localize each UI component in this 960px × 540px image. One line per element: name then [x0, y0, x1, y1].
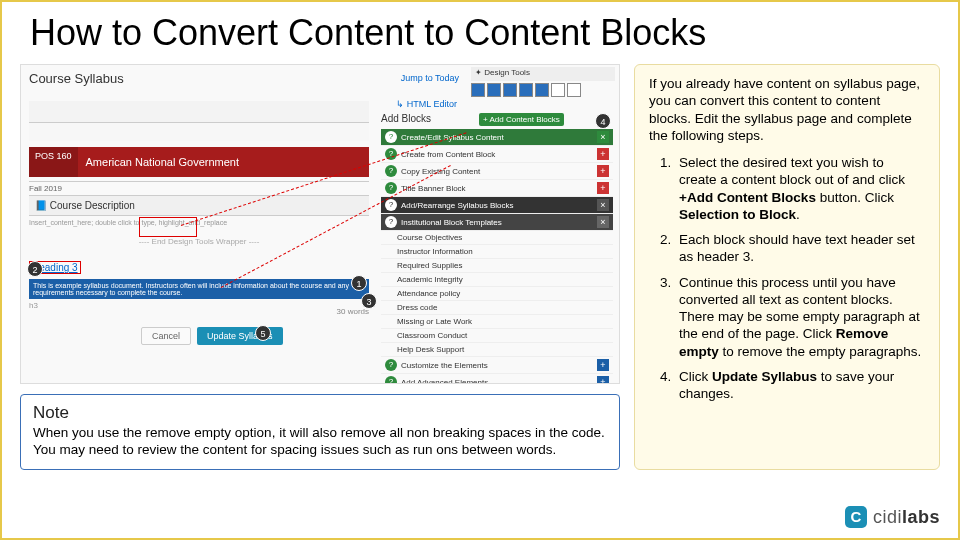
- screenshot-rich-toolbar-2: [29, 123, 369, 141]
- instructions-list: Select the desired text you wish to crea…: [649, 154, 925, 402]
- screenshot-jump-today-link: Jump to Today: [401, 73, 459, 83]
- screenshot-sub-course-obj-label: Course Objectives: [397, 233, 462, 242]
- screenshot-course-name: American National Government: [78, 156, 239, 168]
- screenshot-term-label: Fall 2019: [29, 181, 369, 195]
- screenshot-sub-missing: Missing or Late Work: [381, 315, 613, 329]
- screenshot-sub-required: Required Supplies: [381, 259, 613, 273]
- screenshot-sub-missing-label: Missing or Late Work: [397, 317, 472, 326]
- screenshot-tool-checkboxes: [471, 83, 615, 97]
- screenshot-row-add-rearrange: ?Add/Rearrange Syllabus Blocks×: [381, 197, 613, 214]
- screenshot-sub-course-obj: Course Objectives: [381, 231, 613, 245]
- screenshot-row-inst-templates: ?Institutional Block Templates×: [381, 214, 613, 231]
- instruction-step-3: Continue this process until you have con…: [675, 274, 925, 360]
- screenshot-sub-attendance: Attendance policy: [381, 287, 613, 301]
- app-screenshot: Course Syllabus Jump to Today ✦ Design T…: [20, 64, 620, 384]
- logo-brand-bold: labs: [902, 507, 940, 527]
- instruction-step-4: Click Update Syllabus to save your chang…: [675, 368, 925, 403]
- screenshot-callout-5: 5: [255, 325, 271, 341]
- note-box: Note When you use the remove empty optio…: [20, 394, 620, 470]
- step1-text-post: .: [796, 207, 800, 222]
- screenshot-row-copy-existing: ?Copy Existing Content+: [381, 163, 613, 180]
- screenshot-callout-1: 1: [351, 275, 367, 291]
- screenshot-sub-helpdesk: Help Desk Support: [381, 343, 613, 357]
- screenshot-row-customize-label: Customize the Elements: [401, 361, 488, 370]
- screenshot-example-text: This is example syllabus document. Instr…: [29, 279, 369, 299]
- logo-badge-icon: C: [845, 506, 867, 528]
- screenshot-wrapper-text: ---- End Design Tools Wrapper ----: [29, 237, 369, 246]
- step1-text-pre: Select the desired text you wish to crea…: [679, 155, 905, 187]
- screenshot-sub-conduct: Classroom Conduct: [381, 329, 613, 343]
- screenshot-add-blocks-header: Add Blocks: [381, 113, 471, 124]
- screenshot-sub-instructor-label: Instructor Information: [397, 247, 473, 256]
- note-title: Note: [33, 403, 607, 423]
- screenshot-html-editor-link: ↳ HTML Editor: [396, 99, 457, 109]
- screenshot-callout-4: 4: [595, 113, 611, 129]
- step1-text-mid: button. Click: [816, 190, 894, 205]
- instruction-step-1: Select the desired text you wish to crea…: [675, 154, 925, 223]
- screenshot-rich-toolbar: [29, 101, 369, 123]
- screenshot-cancel-button: Cancel: [141, 327, 191, 345]
- screenshot-sub-dresscode-label: Dress code: [397, 303, 437, 312]
- note-body: When you use the remove empty option, it…: [33, 425, 607, 459]
- step3-text-post: to remove the empty paragraphs.: [719, 344, 922, 359]
- screenshot-sub-integrity-label: Academic Integrity: [397, 275, 463, 284]
- instructions-panel: If you already have content on syllabus …: [634, 64, 940, 470]
- step1-bold-2: Selection to Block: [679, 207, 796, 222]
- screenshot-add-content-blocks-button: + Add Content Blocks: [479, 113, 564, 126]
- screenshot-row-inst-templates-label: Institutional Block Templates: [401, 218, 502, 227]
- screenshot-course-description-heading: 📘 Course Description: [29, 195, 369, 216]
- logo-brand-light: cidi: [873, 507, 902, 527]
- screenshot-course-banner: POS 160 American National Government: [29, 147, 369, 177]
- screenshot-row-advanced-label: Add Advanced Elements: [401, 378, 488, 385]
- instructions-intro: If you already have content on syllabus …: [649, 75, 925, 144]
- screenshot-row-advanced: ?Add Advanced Elements+: [381, 374, 613, 384]
- logo-brand-text: cidilabs: [873, 507, 940, 528]
- screenshot-row-customize: ?Customize the Elements+: [381, 357, 613, 374]
- step4-bold: Update Syllabus: [712, 369, 817, 384]
- screenshot-sub-helpdesk-label: Help Desk Support: [397, 345, 464, 354]
- screenshot-sub-required-label: Required Supplies: [397, 261, 462, 270]
- instruction-step-2: Each block should have text header set a…: [675, 231, 925, 266]
- screenshot-row-create-from-label: Create from Content Block: [401, 150, 495, 159]
- step4-text-pre: Click: [679, 369, 712, 384]
- screenshot-sub-instructor: Instructor Information: [381, 245, 613, 259]
- screenshot-sub-conduct-label: Classroom Conduct: [397, 331, 467, 340]
- screenshot-callout-2: 2: [27, 261, 43, 277]
- screenshot-h3-tag: h3: [29, 301, 38, 310]
- step1-bold-1: +Add Content Blocks: [679, 190, 816, 205]
- screenshot-callout-3: 3: [361, 293, 377, 309]
- screenshot-course-description-label: Course Description: [50, 200, 135, 211]
- screenshot-row-create-edit: ?Create/Edit Syllabus Content×: [381, 129, 613, 146]
- screenshot-course-syllabus-label: Course Syllabus: [29, 71, 124, 86]
- screenshot-sub-integrity: Academic Integrity: [381, 273, 613, 287]
- screenshot-side-panel: ?Create/Edit Syllabus Content× ?Create f…: [381, 129, 613, 384]
- screenshot-sub-attendance-label: Attendance policy: [397, 289, 460, 298]
- main-content: Course Syllabus Jump to Today ✦ Design T…: [2, 60, 958, 470]
- page-title: How to Convert Content to Content Blocks: [2, 2, 958, 60]
- screenshot-design-tools-bar: ✦ Design Tools: [471, 67, 615, 81]
- left-column: Course Syllabus Jump to Today ✦ Design T…: [20, 64, 620, 470]
- screenshot-course-code: POS 160: [29, 147, 78, 177]
- screenshot-sub-dresscode: Dress code: [381, 301, 613, 315]
- screenshot-row-add-rearrange-label: Add/Rearrange Syllabus Blocks: [401, 201, 514, 210]
- screenshot-word-count: 30 words: [337, 307, 369, 316]
- footer-logo: C cidilabs: [845, 506, 940, 528]
